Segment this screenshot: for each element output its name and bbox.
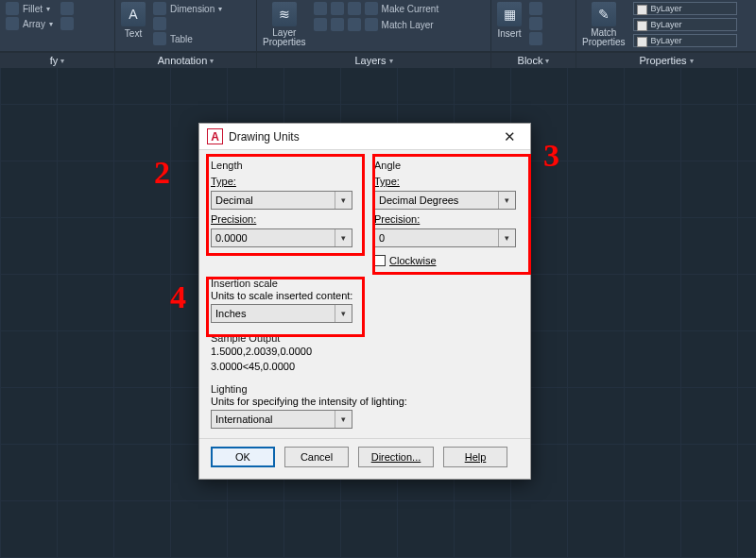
insertion-units-value: Inches	[215, 308, 246, 319]
clockwise-checkbox[interactable]: Clockwise	[374, 255, 519, 266]
insertion-group-label: Insertion scale	[211, 278, 519, 289]
text-tool[interactable]: A Text	[121, 2, 146, 39]
checkbox-icon	[374, 255, 386, 266]
length-type-value: Decimal	[215, 194, 253, 206]
match-properties-icon: ✎	[592, 2, 616, 26]
table-tool[interactable]: Table	[153, 32, 222, 45]
length-type-select[interactable]: Decimal ▾	[211, 191, 352, 210]
layer-properties-icon: ≋	[272, 2, 297, 26]
linetype-dropdown[interactable]: ByLayer	[633, 18, 737, 31]
dimension-label: Dimension	[170, 4, 215, 14]
dialog-title: Drawing Units	[229, 130, 492, 144]
lighting-units-value: International	[215, 414, 273, 425]
insert-tool[interactable]: ▦ Insert	[497, 2, 522, 39]
modify-panel-title[interactable]: fy	[50, 55, 59, 66]
edit-block-icon[interactable]	[529, 17, 542, 30]
annotation-panel-title[interactable]: Annotation	[158, 55, 208, 66]
insert-icon: ▦	[497, 2, 522, 26]
layers-panel-title[interactable]: Layers	[354, 55, 386, 66]
angle-type-value: Decimal Degrees	[379, 194, 458, 206]
block-attr-icon[interactable]	[529, 32, 542, 45]
array-tool[interactable]: Array▾	[6, 17, 53, 30]
sample-output-label: Sample Output	[211, 332, 519, 344]
insertion-scale-group: Insertion scale Units to scale inserted …	[211, 278, 519, 323]
dialog-titlebar[interactable]: A Drawing Units ✕	[199, 124, 530, 150]
layer-properties-tool[interactable]: ≋ LayerProperties	[263, 2, 306, 47]
lighting-units-label: Units for specifying the intensity of li…	[211, 396, 519, 407]
chevron-down-icon: ▾	[335, 411, 352, 428]
insertion-units-select[interactable]: Inches ▾	[211, 304, 352, 323]
dialog-button-row: OK Cancel Direction... Help	[199, 438, 530, 479]
array-label: Array	[23, 19, 45, 29]
length-precision-select[interactable]: 0.0000 ▾	[211, 228, 352, 247]
text-icon: A	[121, 2, 146, 26]
lighting-group: Lighting Units for specifying the intens…	[211, 383, 519, 429]
sample-line2: 3.0000<45,0.0000	[211, 361, 519, 374]
extend-icon[interactable]	[60, 17, 74, 30]
angle-precision-select[interactable]: 0 ▾	[374, 228, 516, 247]
direction-button[interactable]: Direction...	[358, 447, 434, 467]
angle-precision-label: Precision:	[374, 213, 420, 225]
length-group-label: Length	[211, 160, 355, 171]
chevron-down-icon: ▾	[335, 305, 352, 322]
lighting-units-select[interactable]: International ▾	[211, 410, 352, 429]
angle-type-select[interactable]: Decimal Degrees ▾	[374, 191, 516, 210]
create-block-icon[interactable]	[529, 2, 542, 15]
sample-output-group: Sample Output 1.5000,2.0039,0.0000 3.000…	[211, 332, 519, 374]
angle-precision-value: 0	[379, 232, 385, 244]
table-label: Table	[170, 34, 193, 44]
chevron-down-icon: ▾	[335, 229, 352, 246]
angle-group-label: Angle	[374, 160, 519, 171]
cancel-button[interactable]: Cancel	[284, 447, 349, 467]
help-button[interactable]: Help	[443, 447, 507, 467]
insertion-units-label: Units to scale inserted content:	[211, 290, 519, 301]
length-group: Length Type: Decimal ▾ Precision: 0.0000…	[211, 160, 355, 266]
close-button[interactable]: ✕	[492, 127, 526, 147]
panel-title-bar: fy▾ Annotation▾ Layers▾ Block▾ Propertie…	[0, 52, 756, 68]
length-precision-label: Precision:	[211, 213, 256, 225]
properties-panel-title[interactable]: Properties	[639, 55, 686, 66]
match-properties-label: MatchProperties	[582, 28, 626, 47]
ribbon: Fillet▾ Array▾ A Text Dimension▾	[0, 0, 756, 52]
dimension-tool[interactable]: Dimension▾	[153, 2, 222, 15]
make-current-label[interactable]: Make Current	[382, 4, 439, 14]
chevron-down-icon: ▾	[498, 192, 515, 209]
ok-button[interactable]: OK	[211, 447, 275, 467]
layer-properties-label: LayerProperties	[263, 28, 306, 47]
fillet-tool[interactable]: Fillet▾	[6, 2, 53, 15]
drawing-units-dialog: A Drawing Units ✕ Length Type: Decimal ▾…	[198, 123, 531, 480]
autocad-logo-icon: A	[207, 128, 223, 144]
leader-icon[interactable]	[153, 17, 166, 30]
sample-line1: 1.5000,2.0039,0.0000	[211, 346, 519, 359]
length-type-label: Type:	[211, 176, 236, 187]
lineweight-dropdown[interactable]: ByLayer	[633, 34, 737, 47]
lighting-group-label: Lighting	[211, 383, 519, 395]
length-precision-value: 0.0000	[215, 232, 248, 244]
match-properties-tool[interactable]: ✎ MatchProperties	[582, 2, 626, 47]
fillet-label: Fillet	[23, 4, 43, 14]
chevron-down-icon: ▾	[498, 229, 515, 246]
angle-type-label: Type:	[374, 176, 400, 187]
angle-group: Angle Type: Decimal Degrees ▾ Precision:…	[374, 160, 519, 266]
trim-icon[interactable]	[60, 2, 74, 15]
match-layer-label[interactable]: Match Layer	[382, 20, 434, 30]
text-label: Text	[125, 28, 142, 39]
insert-label: Insert	[497, 28, 521, 39]
color-dropdown[interactable]: ByLayer	[633, 2, 737, 15]
chevron-down-icon: ▾	[335, 192, 352, 209]
block-panel-title[interactable]: Block	[518, 55, 543, 66]
clockwise-label: Clockwise	[389, 255, 437, 266]
